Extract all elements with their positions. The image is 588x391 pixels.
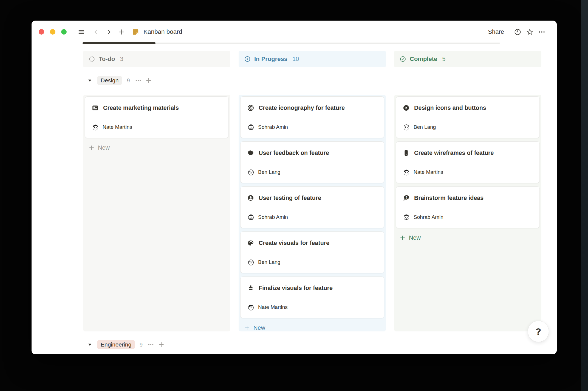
toolbar: Kanban board Share [32, 21, 557, 43]
plus-icon [400, 235, 406, 241]
column-header-in-progress[interactable]: In Progress10 [239, 51, 386, 67]
collapse-triangle-icon[interactable] [87, 78, 92, 83]
group-count: 9 [140, 342, 143, 348]
svg-text:?: ? [405, 196, 408, 200]
speech-bubble-icon [247, 149, 254, 157]
app-window: Kanban board Share To-do3In Progress10Co… [32, 21, 557, 354]
card[interactable]: User testing of featureSohrab Amin [240, 186, 384, 228]
column-label: To-do [99, 55, 115, 63]
collapse-triangle-icon[interactable] [87, 342, 92, 347]
group-add-icon[interactable] [145, 77, 152, 84]
column-headers-row: To-do3In Progress10Complete5 [83, 51, 541, 67]
plus-icon [244, 325, 250, 331]
group-more-icon[interactable] [148, 341, 154, 348]
palette-icon [247, 239, 254, 247]
check-circle-outline-icon [400, 56, 406, 62]
card-title: User testing of feature [259, 195, 321, 202]
card-assignee: Nate Martins [92, 123, 222, 131]
traffic-lights [39, 29, 67, 35]
column-label: Complete [410, 55, 437, 63]
card-title: Create marketing materials [103, 105, 179, 111]
group-count: 9 [127, 77, 130, 84]
card-assignee: Nate Martins [247, 303, 377, 311]
column-in-progress: Create iconography for featureSohrab Ami… [239, 95, 386, 331]
thought-question-icon: ? [403, 194, 410, 202]
assignee-name: Sohrab Amin [258, 214, 288, 220]
minimize-button[interactable] [50, 29, 55, 35]
avatar-ben [247, 168, 255, 176]
card[interactable]: Create iconography for featureSohrab Ami… [240, 96, 384, 138]
column-header-complete[interactable]: Complete5 [394, 51, 541, 67]
favorite-star-icon[interactable] [524, 27, 535, 37]
more-options-icon[interactable] [536, 27, 547, 37]
column-header-todo[interactable]: To-do3 [83, 51, 230, 67]
new-page-icon[interactable] [116, 27, 126, 37]
close-button[interactable] [39, 29, 44, 35]
new-card-button-todo[interactable]: New [85, 141, 229, 154]
new-card-button-in-progress[interactable]: New [240, 322, 384, 334]
mobile-icon [403, 149, 410, 157]
avatar-nate [403, 168, 410, 176]
group-pill[interactable]: Design [97, 76, 122, 85]
sidebar-menu-icon[interactable] [76, 27, 86, 37]
card-assignee: Sohrab Amin [247, 123, 377, 131]
group-more-icon[interactable] [135, 77, 142, 84]
assignee-name: Ben Lang [258, 259, 280, 265]
card-title: Create wireframes of feature [414, 150, 494, 157]
card-title-row: User feedback on feature [247, 149, 377, 157]
group-pill[interactable]: Engineering [97, 340, 135, 349]
avatar-nate [247, 303, 255, 311]
back-icon[interactable] [91, 27, 101, 37]
avatar-sohrab [247, 213, 255, 221]
assignee-name: Nate Martins [103, 124, 132, 130]
scrollbar-thumb[interactable] [83, 42, 156, 44]
paintbrush-icon [247, 284, 254, 292]
target-icon [247, 104, 254, 111]
card[interactable]: User feedback on featureBen Lang [240, 141, 384, 183]
columns-row: Create marketing materialsNate MartinsNe… [83, 95, 541, 331]
column-count: 10 [292, 55, 299, 63]
card-title: User feedback on feature [259, 150, 329, 157]
new-card-button-complete[interactable]: New [396, 231, 540, 244]
new-label: New [253, 325, 265, 331]
avatar-ben [403, 123, 410, 131]
card-title: Create iconography for feature [259, 105, 345, 111]
card-title-row: ?Brainstorm feature ideas [403, 194, 533, 202]
card-title-row: Create marketing materials [92, 104, 222, 112]
column-todo: Create marketing materialsNate MartinsNe… [83, 95, 230, 331]
share-button[interactable]: Share [488, 28, 504, 35]
group-row-engineering: Engineering9 [87, 338, 541, 351]
new-label: New [98, 144, 110, 151]
dashed-circle-icon [89, 56, 95, 62]
assignee-name: Sohrab Amin [258, 124, 288, 130]
history-clock-icon[interactable] [512, 27, 523, 37]
plus-icon [89, 145, 95, 151]
group-add-icon[interactable] [158, 341, 165, 348]
card-title-row: Create wireframes of feature [403, 149, 533, 157]
help-button[interactable]: ? [528, 321, 549, 342]
horizontal-scrollbar[interactable] [83, 43, 500, 44]
new-label: New [409, 234, 421, 241]
forward-icon[interactable] [103, 27, 114, 37]
card[interactable]: Create marketing materialsNate Martins [85, 96, 229, 138]
page-title[interactable]: Kanban board [143, 28, 182, 35]
avatar-sohrab [247, 123, 255, 131]
column-count: 3 [120, 55, 123, 63]
column-label: In Progress [254, 55, 287, 63]
card-assignee: Sohrab Amin [247, 213, 377, 221]
zoom-button[interactable] [61, 29, 67, 35]
card[interactable]: Finalize visuals for featureNate Martins [240, 277, 384, 318]
card[interactable]: Create wireframes of featureNate Martins [396, 141, 540, 183]
card-assignee: Sohrab Amin [403, 213, 533, 221]
play-circle-outline-icon [244, 56, 251, 62]
avatar-nate [92, 123, 99, 131]
card-title: Brainstorm feature ideas [414, 195, 484, 202]
card[interactable]: ?Brainstorm feature ideasSohrab Amin [396, 186, 540, 228]
kanban-board: To-do3In Progress10Complete5 Design9 Cre… [83, 51, 541, 351]
user-circle-icon [247, 194, 254, 202]
assignee-name: Nate Martins [414, 169, 443, 175]
newspaper-icon [92, 104, 99, 111]
column-complete: Design icons and buttonsBen LangCreate w… [394, 95, 541, 331]
card[interactable]: Design icons and buttonsBen Lang [396, 96, 540, 138]
card[interactable]: Create visuals for featureBen Lang [240, 231, 384, 273]
